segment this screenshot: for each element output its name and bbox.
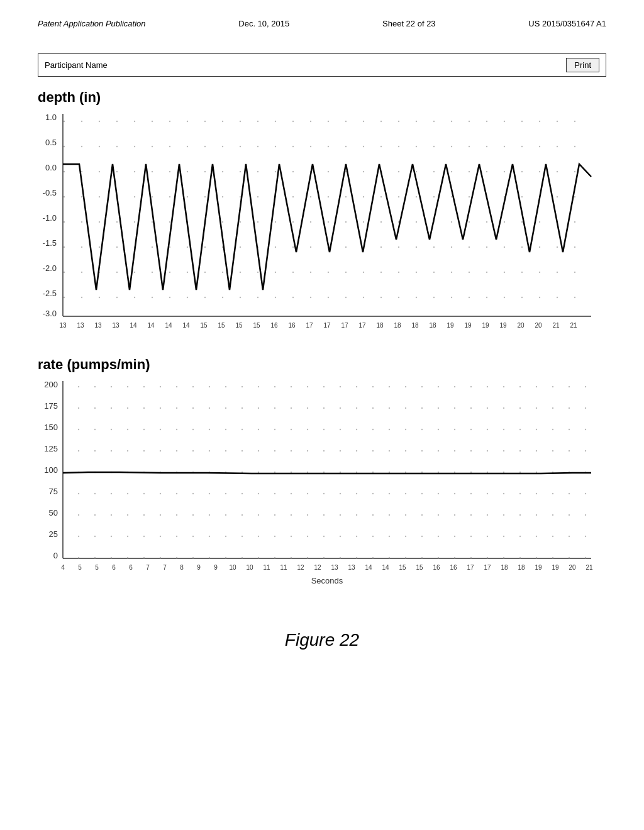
svg-text:13: 13	[331, 564, 338, 571]
svg-text:19: 19	[552, 564, 559, 571]
svg-text:15: 15	[218, 322, 225, 329]
svg-text:15: 15	[253, 322, 260, 329]
svg-text:25: 25	[49, 529, 58, 539]
name-bar: Participant Name Print	[38, 53, 606, 77]
svg-rect-56	[64, 381, 591, 558]
svg-text:13: 13	[94, 322, 102, 329]
svg-text:15: 15	[399, 564, 406, 571]
rate-chart-title: rate (pumps/min)	[38, 357, 606, 373]
svg-text:-2.0: -2.0	[43, 263, 57, 273]
svg-text:-1.5: -1.5	[43, 238, 57, 248]
svg-text:13: 13	[112, 322, 119, 329]
svg-text:17: 17	[306, 322, 313, 329]
svg-text:175: 175	[44, 401, 58, 411]
svg-text:8: 8	[180, 564, 184, 571]
svg-text:18: 18	[376, 322, 384, 329]
svg-text:13: 13	[59, 322, 67, 329]
svg-text:14: 14	[365, 564, 372, 571]
svg-text:14: 14	[147, 322, 155, 329]
svg-text:14: 14	[182, 322, 190, 329]
svg-text:0.0: 0.0	[45, 163, 57, 172]
svg-text:19: 19	[482, 322, 489, 329]
print-button[interactable]: Print	[566, 58, 599, 72]
header-sheet: Sheet 22 of 23	[382, 19, 436, 28]
svg-text:15: 15	[235, 322, 243, 329]
svg-text:17: 17	[484, 564, 491, 571]
svg-text:150: 150	[44, 423, 58, 432]
svg-text:4: 4	[61, 564, 65, 571]
svg-text:14: 14	[165, 322, 172, 329]
svg-text:19: 19	[464, 322, 472, 329]
svg-text:0.5: 0.5	[45, 138, 57, 147]
svg-text:20: 20	[569, 564, 576, 571]
page: Patent Application Publication Dec. 10, …	[0, 0, 644, 830]
svg-text:-0.5: -0.5	[43, 188, 57, 197]
svg-text:50: 50	[49, 508, 58, 517]
svg-text:21: 21	[586, 564, 593, 571]
rate-chart-svg: 200 175 150 125 100 75 50 25 0	[38, 376, 606, 605]
svg-text:7: 7	[146, 564, 150, 571]
svg-text:14: 14	[130, 322, 137, 329]
svg-text:125: 125	[44, 444, 58, 453]
svg-text:Seconds: Seconds	[311, 576, 343, 585]
svg-text:14: 14	[382, 564, 389, 571]
svg-text:16: 16	[270, 322, 278, 329]
svg-text:17: 17	[358, 322, 366, 329]
svg-text:17: 17	[467, 564, 474, 571]
svg-text:18: 18	[411, 322, 419, 329]
svg-text:200: 200	[44, 380, 58, 389]
svg-text:9: 9	[197, 564, 201, 571]
svg-text:19: 19	[535, 564, 542, 571]
svg-text:6: 6	[129, 564, 133, 571]
svg-text:-1.0: -1.0	[43, 213, 57, 223]
svg-text:18: 18	[501, 564, 508, 571]
svg-text:16: 16	[433, 564, 440, 571]
svg-text:16: 16	[450, 564, 457, 571]
header-patent: US 2015/0351647 A1	[528, 19, 606, 28]
svg-text:18: 18	[394, 322, 401, 329]
svg-text:20: 20	[517, 322, 525, 329]
svg-text:21: 21	[552, 322, 560, 329]
svg-text:75: 75	[49, 487, 58, 496]
svg-text:-2.5: -2.5	[43, 289, 57, 298]
svg-text:0: 0	[53, 551, 58, 560]
svg-text:19: 19	[499, 322, 507, 329]
svg-text:19: 19	[447, 322, 454, 329]
svg-text:18: 18	[429, 322, 436, 329]
svg-text:9: 9	[214, 564, 218, 571]
svg-text:17: 17	[323, 322, 331, 329]
depth-chart-svg: 1.0 0.5 0.0 -0.5 -1.0 -1.5 -2.0 -2.5 -3.…	[38, 109, 606, 331]
page-header: Patent Application Publication Dec. 10, …	[38, 19, 606, 28]
header-date: Dec. 10, 2015	[238, 19, 289, 28]
svg-text:5: 5	[78, 564, 82, 571]
svg-text:13: 13	[348, 564, 355, 571]
svg-text:100: 100	[44, 465, 58, 475]
header-publication-label: Patent Application Publication	[38, 19, 146, 28]
svg-text:18: 18	[518, 564, 525, 571]
depth-chart-title: depth (in)	[38, 89, 606, 106]
rate-chart-container: rate (pumps/min) 200 175 150 125 100 75 …	[38, 357, 606, 605]
figure-caption: Figure 22	[38, 630, 606, 650]
svg-text:13: 13	[77, 322, 84, 329]
svg-text:12: 12	[314, 564, 321, 571]
svg-text:10: 10	[229, 564, 236, 571]
svg-text:6: 6	[112, 564, 116, 571]
svg-text:15: 15	[200, 322, 208, 329]
svg-text:20: 20	[535, 322, 542, 329]
svg-text:10: 10	[246, 564, 253, 571]
svg-text:7: 7	[163, 564, 167, 571]
svg-rect-12	[64, 114, 591, 316]
participant-name-label: Participant Name	[45, 60, 108, 70]
svg-text:17: 17	[341, 322, 348, 329]
svg-text:21: 21	[570, 322, 577, 329]
svg-text:11: 11	[280, 564, 287, 571]
svg-text:5: 5	[95, 564, 99, 571]
svg-text:12: 12	[297, 564, 304, 571]
svg-text:-3.0: -3.0	[43, 309, 57, 318]
svg-text:16: 16	[288, 322, 296, 329]
svg-text:11: 11	[263, 564, 270, 571]
svg-text:15: 15	[416, 564, 423, 571]
svg-text:1.0: 1.0	[45, 113, 57, 122]
depth-chart-container: depth (in) 1.0 0.5 0.0 -0.5 -1.0 -1.5 -2…	[38, 89, 606, 331]
